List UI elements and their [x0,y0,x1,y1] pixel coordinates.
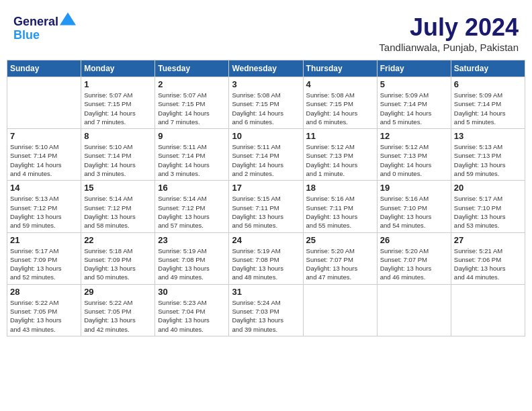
day-number: 5 [380,79,448,89]
day-info: Sunrise: 5:10 AM Sunset: 7:14 PM Dayligh… [10,142,78,178]
day-number: 27 [454,235,522,245]
calendar-cell: 10Sunrise: 5:11 AM Sunset: 7:14 PM Dayli… [229,129,303,181]
day-number: 4 [306,79,374,89]
location: Tandlianwala, Punjab, Pakistan [379,42,519,53]
day-info: Sunrise: 5:15 AM Sunset: 7:11 PM Dayligh… [232,194,300,230]
day-number: 8 [84,131,152,141]
day-number: 10 [232,131,300,141]
title-block: July 2024 Tandlianwala, Punjab, Pakistan [379,13,519,53]
day-info: Sunrise: 5:12 AM Sunset: 7:13 PM Dayligh… [380,142,448,178]
calendar-cell: 16Sunrise: 5:14 AM Sunset: 7:12 PM Dayli… [155,181,229,232]
week-row-3: 14Sunrise: 5:13 AM Sunset: 7:12 PM Dayli… [7,181,525,232]
calendar-cell: 28Sunrise: 5:22 AM Sunset: 7:05 PM Dayli… [7,284,81,336]
calendar-table: SundayMondayTuesdayWednesdayThursdayFrid… [7,60,525,336]
calendar-cell: 24Sunrise: 5:19 AM Sunset: 7:08 PM Dayli… [229,232,303,284]
day-info: Sunrise: 5:14 AM Sunset: 7:12 PM Dayligh… [84,194,152,230]
logo: General Blue [13,13,76,42]
calendar-cell [377,284,451,336]
day-number: 23 [158,235,226,245]
calendar-cell [303,284,377,336]
week-row-1: 1Sunrise: 5:07 AM Sunset: 7:15 PM Daylig… [7,77,525,129]
day-number: 18 [306,183,374,193]
calendar-cell: 25Sunrise: 5:20 AM Sunset: 7:07 PM Dayli… [303,232,377,284]
calendar-cell: 20Sunrise: 5:17 AM Sunset: 7:10 PM Dayli… [451,181,525,232]
day-number: 2 [158,79,226,89]
day-info: Sunrise: 5:08 AM Sunset: 7:15 PM Dayligh… [306,91,374,126]
logo-blue: Blue [13,28,40,42]
day-info: Sunrise: 5:22 AM Sunset: 7:05 PM Dayligh… [10,298,78,334]
calendar-cell: 11Sunrise: 5:12 AM Sunset: 7:13 PM Dayli… [303,129,377,181]
day-info: Sunrise: 5:19 AM Sunset: 7:08 PM Dayligh… [232,246,300,282]
week-row-2: 7Sunrise: 5:10 AM Sunset: 7:14 PM Daylig… [7,129,525,181]
calendar-cell: 7Sunrise: 5:10 AM Sunset: 7:14 PM Daylig… [7,129,81,181]
weekday-header-thursday: Thursday [303,60,377,77]
page-header: General Blue July 2024 Tandlianwala, Pun… [7,7,525,56]
day-info: Sunrise: 5:12 AM Sunset: 7:13 PM Dayligh… [306,142,374,178]
calendar-cell: 29Sunrise: 5:22 AM Sunset: 7:05 PM Dayli… [81,284,155,336]
calendar-cell: 23Sunrise: 5:19 AM Sunset: 7:08 PM Dayli… [155,232,229,284]
month-year: July 2024 [379,13,519,42]
calendar-cell [7,77,81,129]
day-info: Sunrise: 5:17 AM Sunset: 7:10 PM Dayligh… [454,194,522,230]
calendar-cell: 9Sunrise: 5:11 AM Sunset: 7:14 PM Daylig… [155,129,229,181]
day-info: Sunrise: 5:24 AM Sunset: 7:03 PM Dayligh… [232,298,300,334]
day-info: Sunrise: 5:20 AM Sunset: 7:07 PM Dayligh… [380,246,448,282]
calendar-cell: 17Sunrise: 5:15 AM Sunset: 7:11 PM Dayli… [229,181,303,232]
svg-marker-0 [60,12,76,25]
calendar-cell: 12Sunrise: 5:12 AM Sunset: 7:13 PM Dayli… [377,129,451,181]
logo-icon [60,12,76,26]
calendar-cell: 1Sunrise: 5:07 AM Sunset: 7:15 PM Daylig… [81,77,155,129]
weekday-header-friday: Friday [377,60,451,77]
calendar-cell: 15Sunrise: 5:14 AM Sunset: 7:12 PM Dayli… [81,181,155,232]
calendar-cell [451,284,525,336]
day-info: Sunrise: 5:16 AM Sunset: 7:11 PM Dayligh… [306,194,374,230]
calendar-cell: 6Sunrise: 5:09 AM Sunset: 7:14 PM Daylig… [451,77,525,129]
day-info: Sunrise: 5:07 AM Sunset: 7:15 PM Dayligh… [84,91,152,126]
day-info: Sunrise: 5:20 AM Sunset: 7:07 PM Dayligh… [306,246,374,282]
calendar-cell: 18Sunrise: 5:16 AM Sunset: 7:11 PM Dayli… [303,181,377,232]
day-number: 29 [84,287,152,297]
day-number: 30 [158,287,226,297]
weekday-header-wednesday: Wednesday [229,60,303,77]
day-number: 22 [84,235,152,245]
day-number: 7 [10,131,78,141]
day-number: 13 [454,131,522,141]
calendar-cell: 26Sunrise: 5:20 AM Sunset: 7:07 PM Dayli… [377,232,451,284]
day-number: 11 [306,131,374,141]
calendar-cell: 31Sunrise: 5:24 AM Sunset: 7:03 PM Dayli… [229,284,303,336]
week-row-4: 21Sunrise: 5:17 AM Sunset: 7:09 PM Dayli… [7,232,525,284]
weekday-header-row: SundayMondayTuesdayWednesdayThursdayFrid… [7,60,525,77]
calendar-cell: 13Sunrise: 5:13 AM Sunset: 7:13 PM Dayli… [451,129,525,181]
weekday-header-saturday: Saturday [451,60,525,77]
day-info: Sunrise: 5:11 AM Sunset: 7:14 PM Dayligh… [158,142,226,178]
day-info: Sunrise: 5:08 AM Sunset: 7:15 PM Dayligh… [232,91,300,126]
day-number: 1 [84,79,152,89]
day-info: Sunrise: 5:13 AM Sunset: 7:12 PM Dayligh… [10,194,78,230]
day-number: 21 [10,235,78,245]
day-number: 26 [380,235,448,245]
weekday-header-sunday: Sunday [7,60,81,77]
day-number: 16 [158,183,226,193]
day-number: 25 [306,235,374,245]
day-number: 14 [10,183,78,193]
day-number: 17 [232,183,300,193]
day-info: Sunrise: 5:07 AM Sunset: 7:15 PM Dayligh… [158,91,226,126]
day-number: 24 [232,235,300,245]
day-number: 12 [380,131,448,141]
day-number: 9 [158,131,226,141]
calendar-cell: 3Sunrise: 5:08 AM Sunset: 7:15 PM Daylig… [229,77,303,129]
calendar-cell: 30Sunrise: 5:23 AM Sunset: 7:04 PM Dayli… [155,284,229,336]
calendar-cell: 21Sunrise: 5:17 AM Sunset: 7:09 PM Dayli… [7,232,81,284]
calendar-cell: 5Sunrise: 5:09 AM Sunset: 7:14 PM Daylig… [377,77,451,129]
day-info: Sunrise: 5:23 AM Sunset: 7:04 PM Dayligh… [158,298,226,334]
day-info: Sunrise: 5:17 AM Sunset: 7:09 PM Dayligh… [10,246,78,282]
weekday-header-tuesday: Tuesday [155,60,229,77]
day-number: 20 [454,183,522,193]
day-info: Sunrise: 5:22 AM Sunset: 7:05 PM Dayligh… [84,298,152,334]
day-number: 6 [454,79,522,89]
calendar-cell: 2Sunrise: 5:07 AM Sunset: 7:15 PM Daylig… [155,77,229,129]
week-row-5: 28Sunrise: 5:22 AM Sunset: 7:05 PM Dayli… [7,284,525,336]
day-info: Sunrise: 5:10 AM Sunset: 7:14 PM Dayligh… [84,142,152,178]
day-info: Sunrise: 5:09 AM Sunset: 7:14 PM Dayligh… [380,91,448,126]
day-info: Sunrise: 5:14 AM Sunset: 7:12 PM Dayligh… [158,194,226,230]
